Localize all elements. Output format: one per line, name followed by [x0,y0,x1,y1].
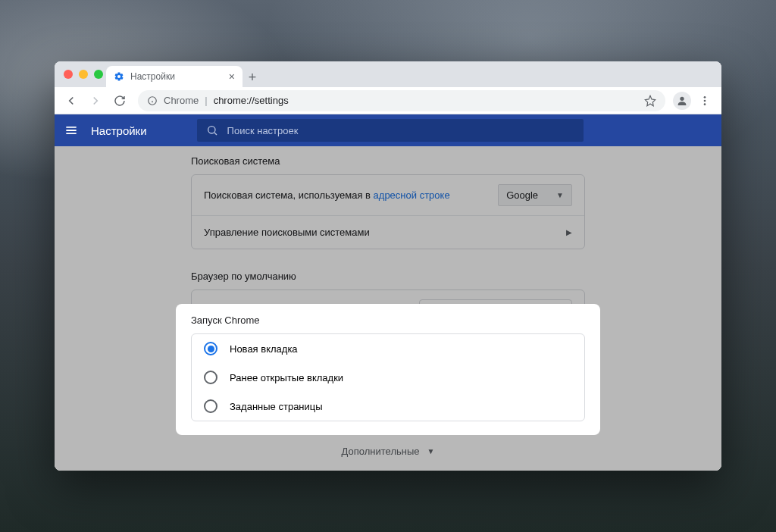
window-close-button[interactable] [64,70,73,79]
section-title-search-engine: Поисковая система [191,146,585,174]
forward-button[interactable] [85,90,106,111]
search-engine-select[interactable]: Google ▼ [498,184,572,206]
browser-toolbar: Chrome | chrome://settings [55,87,721,114]
advanced-toggle[interactable]: Дополнительные ▼ [342,446,435,457]
search-icon [206,124,218,136]
address-bar[interactable]: Chrome | chrome://settings [138,90,665,111]
settings-search-input[interactable] [227,125,574,136]
settings-search[interactable] [197,119,584,142]
browser-tab[interactable]: Настройки × [106,66,242,87]
radio-button[interactable] [204,342,217,355]
startup-card: Новая вкладкаРанее открытые вкладкиЗадан… [191,333,585,421]
url-separator: | [205,95,207,106]
settings-title: Настройки [91,124,147,137]
settings-content: Поисковая система Поисковая система, исп… [55,146,721,471]
startup-option-label: Новая вкладка [230,343,298,355]
back-button[interactable] [61,90,82,111]
window-minimize-button[interactable] [79,70,88,79]
svg-point-10 [208,127,214,133]
radio-button[interactable] [204,399,217,413]
search-engine-value: Google [506,189,538,201]
settings-header: Настройки [55,114,721,146]
chevron-down-icon: ▼ [427,447,435,455]
info-icon [147,95,158,106]
url-scheme: Chrome [164,95,199,106]
search-engine-prefix: Поисковая система, используемая в [204,189,374,201]
address-bar-link[interactable]: адресной строке [374,189,450,201]
bookmark-star-icon[interactable] [644,95,656,107]
manage-search-engines-label: Управление поисковыми системами [204,227,370,238]
search-engine-select-wrap: Google ▼ [498,184,572,206]
startup-section: Запуск Chrome Новая вкладкаРанее открыты… [176,304,600,435]
startup-option-label: Заданные страницы [230,401,323,412]
section-title-startup: Запуск Chrome [191,315,585,333]
section-title-default-browser: Браузер по умолчанию [191,261,585,289]
svg-point-3 [680,96,684,100]
new-tab-button[interactable]: + [242,67,262,87]
startup-option-row[interactable]: Заданные страницы [192,392,584,421]
titlebar: Настройки × + [55,61,721,87]
window-zoom-button[interactable] [94,70,103,79]
url-text: chrome://settings [214,95,289,106]
dropdown-arrow-icon: ▼ [556,191,564,199]
reload-button[interactable] [109,90,130,111]
svg-line-11 [214,133,217,135]
search-engine-label: Поисковая система, используемая в адресн… [204,189,450,201]
advanced-label: Дополнительные [342,446,420,457]
startup-option-row[interactable]: Новая вкладка [192,334,584,363]
search-engine-card: Поисковая система, используемая в адресн… [191,174,585,249]
tab-close-button[interactable]: × [229,70,235,83]
radio-button[interactable] [204,371,217,384]
svg-point-4 [704,96,706,99]
browser-window: Настройки × + Chrome | chrome://settings [55,61,721,471]
window-controls [64,70,103,79]
gear-icon [114,71,124,82]
tab-title: Настройки [130,71,175,82]
startup-option-row[interactable]: Ранее открытые вкладки [192,363,584,392]
svg-point-6 [704,103,706,105]
search-engine-row[interactable]: Поисковая система, используемая в адресн… [192,175,584,215]
svg-point-5 [704,99,706,102]
chevron-right-icon: ▶ [566,228,572,236]
manage-search-engines-row[interactable]: Управление поисковыми системами ▶ [192,215,584,249]
startup-option-label: Ранее открытые вкладки [230,372,343,383]
profile-avatar[interactable] [673,92,691,110]
menu-icon[interactable] [64,123,79,138]
overflow-menu-button[interactable] [694,90,715,111]
